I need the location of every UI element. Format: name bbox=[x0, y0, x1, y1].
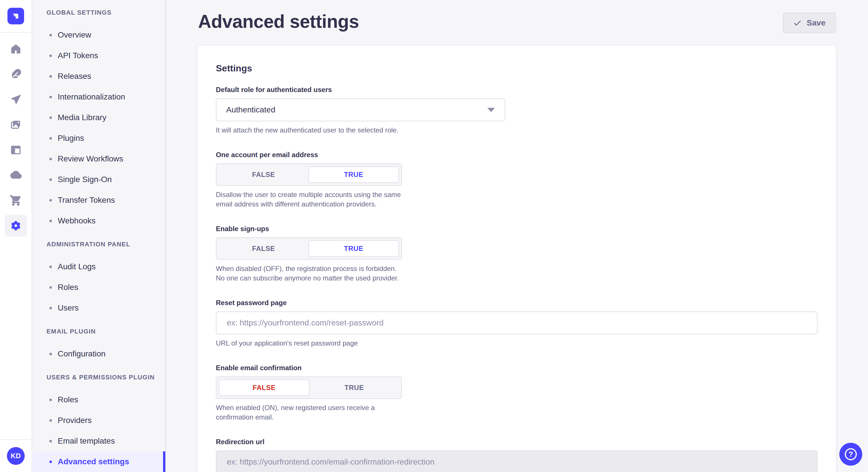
strapi-logo-icon bbox=[7, 8, 24, 24]
sidebar-item-review-workflows[interactable]: Review Workflows bbox=[32, 148, 165, 169]
bullet-icon bbox=[50, 353, 52, 355]
bullet-icon bbox=[50, 178, 52, 181]
sign-ups-false-option[interactable]: FALSE bbox=[219, 240, 308, 257]
layout-icon bbox=[10, 144, 22, 156]
main-content: Advanced settings Save Settings Default … bbox=[166, 0, 868, 472]
user-avatar[interactable]: KD bbox=[7, 447, 25, 465]
save-button[interactable]: Save bbox=[783, 12, 836, 33]
nav-settings-button[interactable] bbox=[0, 213, 32, 238]
field-label: Default role for authenticated users bbox=[216, 86, 817, 94]
field-default-role: Default role for authenticated users Aut… bbox=[216, 86, 817, 135]
one-account-false-option[interactable]: FALSE bbox=[219, 166, 308, 183]
sidebar-heading-global-settings: GLOBAL SETTINGS bbox=[46, 7, 165, 18]
sidebar-item-webhooks[interactable]: Webhooks bbox=[32, 210, 165, 231]
sidebar-item-overview[interactable]: Overview bbox=[32, 25, 165, 45]
sidebar-item-admin-users[interactable]: Users bbox=[32, 298, 165, 318]
field-sign-ups: Enable sign-ups FALSE TRUE When disabled… bbox=[216, 225, 817, 283]
sidebar-item-email-templates[interactable]: Email templates bbox=[32, 431, 165, 451]
page-title: Advanced settings bbox=[198, 11, 359, 32]
main-nav-rail: KD bbox=[0, 0, 32, 472]
help-button[interactable]: ? bbox=[839, 443, 862, 466]
settings-section-title: Settings bbox=[216, 63, 817, 74]
bullet-icon bbox=[50, 96, 52, 98]
settings-sidebar: GLOBAL SETTINGS Overview API Tokens Rele… bbox=[32, 0, 166, 472]
sidebar-item-email-configuration[interactable]: Configuration bbox=[32, 343, 165, 364]
nav-content-type-builder-button[interactable] bbox=[0, 137, 32, 163]
bullet-icon bbox=[50, 220, 52, 222]
sidebar-item-internationalization[interactable]: Internationalization bbox=[32, 87, 165, 107]
bullet-icon bbox=[50, 34, 52, 36]
email-confirmation-true-option[interactable]: TRUE bbox=[309, 379, 399, 396]
select-value: Authenticated bbox=[226, 105, 275, 114]
field-label: Enable email confirmation bbox=[216, 364, 817, 372]
sidebar-heading-administration-panel: ADMINISTRATION PANEL bbox=[46, 239, 165, 249]
sidebar-item-up-roles[interactable]: Roles bbox=[32, 390, 165, 410]
sidebar-item-admin-roles[interactable]: Roles bbox=[32, 277, 165, 298]
field-label: Reset password page bbox=[216, 299, 817, 307]
save-button-label: Save bbox=[807, 19, 826, 28]
sign-ups-true-option[interactable]: TRUE bbox=[308, 240, 399, 257]
nav-releases-button[interactable] bbox=[0, 87, 32, 112]
email-confirmation-false-option[interactable]: FALSE bbox=[219, 379, 309, 396]
field-hint: URL of your application's reset password… bbox=[216, 338, 817, 348]
sidebar-heading-email-plugin: EMAIL PLUGIN bbox=[46, 326, 165, 337]
bullet-icon bbox=[50, 116, 52, 119]
bullet-icon bbox=[50, 158, 52, 160]
email-confirmation-toggle: FALSE TRUE bbox=[216, 376, 402, 399]
bullet-icon bbox=[50, 461, 52, 463]
check-icon bbox=[793, 19, 802, 27]
bullet-icon bbox=[50, 399, 52, 401]
nav-home-button[interactable] bbox=[0, 36, 32, 62]
bullet-icon bbox=[50, 419, 52, 422]
workspace-logo-button[interactable] bbox=[0, 0, 32, 32]
bullet-icon bbox=[50, 55, 52, 57]
sidebar-item-plugins[interactable]: Plugins bbox=[32, 128, 165, 148]
sidebar-item-providers[interactable]: Providers bbox=[32, 410, 165, 431]
chevron-down-icon bbox=[487, 108, 495, 112]
settings-card: Settings Default role for authenticated … bbox=[197, 46, 836, 472]
field-email-confirmation: Enable email confirmation FALSE TRUE Whe… bbox=[216, 364, 817, 422]
field-label: Redirection url bbox=[216, 438, 817, 446]
sidebar-item-media-library[interactable]: Media Library bbox=[32, 107, 165, 128]
reset-password-input[interactable] bbox=[216, 311, 817, 334]
bullet-icon bbox=[50, 440, 52, 442]
gear-icon bbox=[10, 220, 22, 232]
default-role-select[interactable]: Authenticated bbox=[216, 98, 505, 121]
field-reset-password: Reset password page URL of your applicat… bbox=[216, 299, 817, 348]
bullet-icon bbox=[50, 75, 52, 78]
media-icon bbox=[10, 119, 22, 131]
sidebar-item-api-tokens[interactable]: API Tokens bbox=[32, 45, 165, 66]
cart-icon bbox=[10, 194, 22, 206]
one-account-true-option[interactable]: TRUE bbox=[308, 166, 399, 183]
redirection-url-input bbox=[216, 450, 817, 472]
one-account-toggle: FALSE TRUE bbox=[216, 164, 402, 186]
field-redirection-url: Redirection url bbox=[216, 438, 817, 472]
sidebar-item-advanced-settings[interactable]: Advanced settings bbox=[32, 451, 165, 472]
home-icon bbox=[10, 43, 22, 55]
sidebar-item-releases[interactable]: Releases bbox=[32, 66, 165, 87]
sidebar-item-single-sign-on[interactable]: Single Sign-On bbox=[32, 169, 165, 190]
nav-content-manager-button[interactable] bbox=[0, 62, 32, 87]
bullet-icon bbox=[50, 266, 52, 268]
bullet-icon bbox=[50, 137, 52, 140]
sidebar-item-audit-logs[interactable]: Audit Logs bbox=[32, 256, 165, 277]
feather-icon bbox=[10, 68, 22, 80]
sign-ups-toggle: FALSE TRUE bbox=[216, 237, 402, 260]
nav-cloud-button[interactable] bbox=[0, 163, 32, 188]
cloud-icon bbox=[10, 169, 22, 181]
bullet-icon bbox=[50, 286, 52, 289]
nav-marketplace-button[interactable] bbox=[0, 188, 32, 213]
help-icon: ? bbox=[845, 448, 857, 460]
bullet-icon bbox=[50, 307, 52, 309]
field-one-account: One account per email address FALSE TRUE… bbox=[216, 151, 817, 209]
field-label: One account per email address bbox=[216, 151, 817, 159]
send-icon bbox=[10, 94, 22, 105]
sidebar-heading-users-permissions-plugin: USERS & PERMISSIONS PLUGIN bbox=[46, 372, 165, 382]
field-hint: Disallow the user to create multiple acc… bbox=[216, 190, 402, 209]
sidebar-item-transfer-tokens[interactable]: Transfer Tokens bbox=[32, 190, 165, 210]
nav-media-library-button[interactable] bbox=[0, 112, 32, 137]
field-hint: It will attach the new authenticated use… bbox=[216, 125, 817, 135]
bullet-icon bbox=[50, 199, 52, 202]
field-label: Enable sign-ups bbox=[216, 225, 817, 233]
field-hint: When enabled (ON), new registered users … bbox=[216, 403, 402, 422]
